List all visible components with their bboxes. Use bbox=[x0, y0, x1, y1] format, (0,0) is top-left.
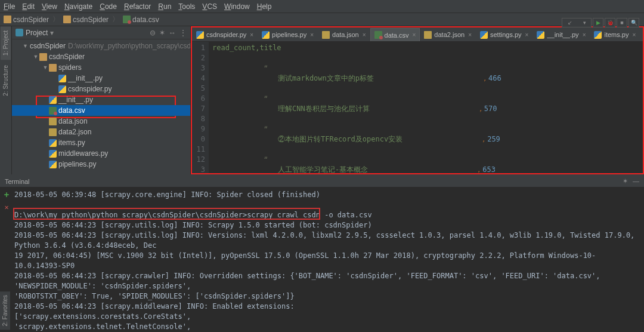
editor-area: ↙▾ ▶ 🐞 ■ 🔍 csdnspider.py×pipelines.py×da… bbox=[191, 26, 644, 174]
tree-item[interactable]: middlewares.py bbox=[12, 148, 190, 159]
breadcrumb-root[interactable]: csdnSpider bbox=[4, 16, 49, 24]
gear-icon[interactable]: ✶ bbox=[159, 29, 165, 37]
project-pane: Project▾ ⊖ ✶ ↔ ⋮ ▼csdnSpiderD:\work\my_p… bbox=[12, 26, 191, 174]
tree-item[interactable]: __init__.py bbox=[12, 94, 190, 105]
tree-item[interactable]: data.json bbox=[12, 116, 190, 127]
terminal-line: ['scrapy.extensions.corestats.CoreStats'… bbox=[14, 312, 643, 322]
editor-tab[interactable]: settings.py× bbox=[476, 28, 532, 41]
menu-help[interactable]: Help bbox=[257, 2, 272, 11]
terminal-line: 2018-05-05 06:39:48 [scrapy.core.engine]… bbox=[14, 190, 643, 200]
run-config[interactable]: ↙▾ bbox=[562, 18, 592, 27]
terminal-line: 'ROBOTSTXT_OBEY': True, 'SPIDER_MODULES'… bbox=[14, 291, 643, 302]
menu-view[interactable]: View bbox=[42, 2, 57, 11]
hide-icon[interactable]: ↔ bbox=[169, 29, 176, 37]
menu-file[interactable]: File bbox=[4, 2, 15, 11]
editor-gutter: 123456789011123 bbox=[192, 42, 209, 173]
tree-item[interactable]: __init__.py bbox=[12, 73, 190, 84]
tab-structure[interactable]: 2: Structure bbox=[1, 61, 11, 100]
editor-tab[interactable]: data2.json× bbox=[420, 28, 476, 41]
close-icon[interactable]: × bbox=[250, 32, 253, 38]
terminal-line: 2018-05-05 06:44:23 [scrapy.utils.log] I… bbox=[14, 230, 643, 251]
term-add-icon[interactable]: + bbox=[4, 190, 9, 199]
terminal-line: 'scrapy.extensions.telnet.TelnetConsole'… bbox=[14, 322, 643, 332]
tree-item[interactable]: items.py bbox=[12, 137, 190, 148]
menu-navigate[interactable]: Navigate bbox=[64, 2, 92, 11]
editor-tab[interactable]: pipelines.py× bbox=[258, 28, 318, 41]
menu-bar: FileEditViewNavigateCodeRefactorRunTools… bbox=[0, 0, 644, 13]
more-icon[interactable]: ⋮ bbox=[179, 29, 187, 37]
close-icon[interactable]: × bbox=[583, 32, 586, 38]
collapse-icon[interactable]: ⊖ bbox=[150, 29, 156, 37]
term-hide-icon[interactable]: — bbox=[633, 177, 639, 185]
term-close-icon[interactable]: ✕ bbox=[4, 203, 8, 211]
menu-code[interactable]: Code bbox=[100, 2, 117, 11]
breadcrumb-file[interactable]: data.csv bbox=[123, 16, 159, 24]
close-icon[interactable]: × bbox=[363, 32, 366, 38]
editor-tab[interactable]: data.json× bbox=[318, 28, 370, 41]
tab-project[interactable]: 1: Project bbox=[1, 26, 11, 60]
term-gear-icon[interactable]: ✶ bbox=[623, 177, 628, 185]
menu-window[interactable]: Window bbox=[224, 2, 250, 11]
menu-run[interactable]: Run bbox=[158, 2, 171, 11]
tree-item[interactable]: data.csv bbox=[12, 105, 190, 116]
breadcrumb: csdnSpider 〉 csdnSpider 〉 data.csv bbox=[0, 13, 644, 26]
tab-favorites[interactable]: 2: Favorites bbox=[0, 291, 10, 330]
close-icon[interactable]: × bbox=[413, 32, 416, 38]
tree-item[interactable]: data2.json bbox=[12, 127, 190, 137]
breadcrumb-pkg[interactable]: csdnSpider bbox=[63, 16, 109, 24]
search-button[interactable]: 🔍 bbox=[628, 18, 639, 27]
close-icon[interactable]: × bbox=[632, 32, 636, 38]
tree-item[interactable]: ▼csdnSpiderD:\work\my_python\python_scra… bbox=[12, 41, 190, 51]
terminal-output[interactable]: 2018-05-05 06:39:48 [scrapy.core.engine]… bbox=[13, 187, 644, 332]
tree-item[interactable]: csdnspider.py bbox=[12, 84, 190, 94]
terminal-line: 2018-05-05 06:44:23 [scrapy.crawler] INF… bbox=[14, 271, 643, 291]
editor-tabs: csdnspider.py×pipelines.py×data.json×dat… bbox=[192, 27, 643, 42]
editor-tab[interactable]: __init__.py× bbox=[532, 28, 590, 41]
editor-tab[interactable]: data.csv× bbox=[370, 28, 420, 41]
menu-refactor[interactable]: Refactor bbox=[124, 2, 151, 11]
editor-tab[interactable]: items.py× bbox=[590, 28, 640, 41]
close-icon[interactable]: × bbox=[310, 32, 314, 38]
tree-item[interactable]: ▼csdnSpider bbox=[12, 51, 190, 62]
terminal-line: 2018-05-05 06:44:23 [scrapy.middleware] … bbox=[14, 302, 643, 312]
tree-item[interactable]: pipelines.py bbox=[12, 159, 190, 170]
editor-tab[interactable]: csdnspider.py× bbox=[192, 28, 258, 41]
menu-edit[interactable]: Edit bbox=[22, 2, 35, 11]
terminal-line: 2018-05-05 06:44:23 [scrapy.utils.log] I… bbox=[14, 220, 643, 230]
left-gutter: 1: Project 2: Structure bbox=[0, 26, 12, 174]
menu-tools[interactable]: Tools bbox=[178, 2, 195, 11]
terminal-pane: Terminal ✶ — + ✕ 2018-05-05 06:39:48 [sc… bbox=[0, 174, 644, 332]
stop-button[interactable]: ■ bbox=[617, 18, 627, 27]
run-button[interactable]: ▶ bbox=[593, 18, 603, 27]
close-icon[interactable]: × bbox=[525, 32, 529, 38]
project-tree[interactable]: ▼csdnSpiderD:\work\my_python\python_scra… bbox=[12, 39, 190, 171]
terminal-title: Terminal bbox=[5, 178, 30, 185]
editor-code[interactable]: read_count,title"测试markdown文章中的p标签，466"理… bbox=[209, 42, 643, 173]
debug-button[interactable]: 🐞 bbox=[605, 18, 615, 27]
close-icon[interactable]: × bbox=[468, 32, 472, 38]
project-title: Project bbox=[26, 29, 48, 37]
tree-item[interactable]: ▼spiders bbox=[12, 62, 190, 73]
terminal-line: 19 2017, 06:04:45) [MSC v.1900 32 bit (I… bbox=[14, 251, 643, 271]
menu-vcs[interactable]: VCS bbox=[202, 2, 217, 11]
